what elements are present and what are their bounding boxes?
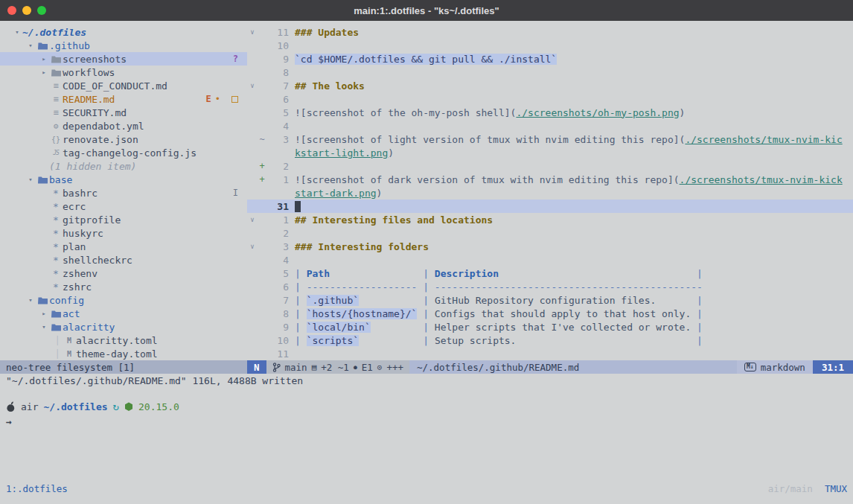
sidebar-item-zshrc[interactable]: *zshrc xyxy=(0,280,247,293)
editor-line[interactable]: ∨11### Updates xyxy=(247,25,853,39)
item-label: .github xyxy=(49,40,90,51)
sidebar-item-readme.md[interactable]: ≡README.mdE• xyxy=(0,92,247,106)
sidebar-item-code-of-conduct.md[interactable]: ≡CODE_OF_CONDUCT.md xyxy=(0,79,247,92)
sidebar-item-alacritty.toml[interactable]: │Malacritty.toml xyxy=(0,334,247,347)
editor-line[interactable]: 2 xyxy=(247,226,853,240)
window-titlebar: main:1:.dotfiles - "ks~/.dotfiles" xyxy=(0,0,853,21)
sidebar-item-shellcheckrc[interactable]: *shellcheckrc xyxy=(0,253,247,267)
sidebar-item-theme-day.toml[interactable]: │Mtheme-day.toml xyxy=(0,347,247,360)
folder-icon xyxy=(51,310,61,318)
item-label: huskyrc xyxy=(63,228,103,239)
item-label: zshenv xyxy=(63,268,98,279)
folder-icon xyxy=(49,55,63,63)
folder-icon xyxy=(49,310,63,318)
chevron-down-icon: ▾ xyxy=(25,42,36,49)
editor-line[interactable]: 11 xyxy=(247,347,853,360)
sidebar-item-tag-changelog-config.js[interactable]: JStag-changelog-config.js xyxy=(0,146,247,159)
minimize-button[interactable] xyxy=(22,6,31,15)
line-number: 8 xyxy=(266,67,289,78)
editor-line[interactable]: +1![screenshot of dark version of tmux w… xyxy=(247,173,853,186)
shell-file-icon: * xyxy=(49,281,63,293)
statusline: neo-tree filesystem [1] N main ▤ +2 ~1 ●… xyxy=(0,360,853,374)
editor-line[interactable]: 31 xyxy=(247,200,853,213)
editor-line[interactable]: 8| `hosts/{hostname}/` | Configs that sh… xyxy=(247,307,853,320)
shell-file-icon: * xyxy=(49,201,63,212)
tmux-right-section: air/main TMUX xyxy=(768,483,847,494)
editor-line[interactable]: 10 xyxy=(247,39,853,52)
item-label: CODE_OF_CONDUCT.md xyxy=(63,80,167,92)
window-controls xyxy=(7,0,46,21)
editor-line[interactable]: ~3![screenshot of light version of tmux … xyxy=(247,133,853,146)
line-number: 7 xyxy=(266,80,289,92)
folder-icon xyxy=(49,68,63,77)
editor-line[interactable]: 4 xyxy=(247,119,853,133)
editor-line[interactable]: 10| `scripts` | Setup scripts. | xyxy=(247,334,853,347)
sidebar-item-ecrc[interactable]: *ecrc xyxy=(0,200,247,213)
statusline-filepath: ~/.dotfiles/.github/README.md xyxy=(409,360,737,374)
line-number: 6 xyxy=(266,94,289,105)
editor-line[interactable]: 4 xyxy=(247,253,853,267)
editor-line[interactable]: 9| `local/bin` | Helper scripts that I'v… xyxy=(247,320,853,334)
line-number: 31 xyxy=(266,201,289,212)
line-number: 2 xyxy=(266,161,289,172)
sidebar-item-huskyrc[interactable]: *huskyrc xyxy=(0,226,247,240)
editor-buffer[interactable]: ∨11### Updates109`cd $HOME/.dotfiles && … xyxy=(247,21,853,360)
line-number: 9 xyxy=(266,322,289,333)
sidebar-item--.dotfiles[interactable]: ▾~/.dotfiles xyxy=(0,25,247,39)
editor-line[interactable]: 8 xyxy=(247,66,853,79)
sidebar-item-screenshots[interactable]: ▸screenshots? xyxy=(0,52,247,66)
sidebar-item-plan[interactable]: *plan xyxy=(0,240,247,253)
close-button[interactable] xyxy=(7,6,16,15)
indent-guide: │ xyxy=(52,349,63,359)
fold-icon: ∨ xyxy=(247,82,258,89)
editor-line[interactable]: kstart-light.png) xyxy=(247,146,853,159)
sidebar-item-zshenv[interactable]: *zshenv xyxy=(0,267,247,280)
sidebar-item-security.md[interactable]: ≡SECURITY.md xyxy=(0,106,247,119)
sidebar-item-bashrc[interactable]: *bashrcI xyxy=(0,186,247,200)
diagnostic-icon: ● xyxy=(354,364,357,371)
line-text: ### Updates xyxy=(289,27,853,38)
item-label: zshrc xyxy=(63,281,92,293)
neotree-statusline: neo-tree filesystem [1] xyxy=(0,360,247,374)
sidebar-item-dependabot.yml[interactable]: ⚙dependabot.yml xyxy=(0,119,247,133)
editor-line[interactable]: 7| `.github` | GitHub Repository configu… xyxy=(247,293,853,307)
zoom-button[interactable] xyxy=(37,6,46,15)
editor-line[interactable]: ∨7## The looks xyxy=(247,79,853,92)
sidebar-item-gitprofile[interactable]: *gitprofile xyxy=(0,213,247,226)
editor-line[interactable]: 6| ------------------- | ---------------… xyxy=(247,280,853,293)
prompt-arrow-icon: → xyxy=(6,416,12,427)
line-text: start-dark.png) xyxy=(289,188,853,199)
sidebar-item-alacritty[interactable]: ▾alacritty xyxy=(0,320,247,334)
sidebar-item-renovate.json[interactable]: {}renovate.json xyxy=(0,133,247,146)
line-text xyxy=(289,201,853,212)
sidebar-item-config[interactable]: ▾config xyxy=(0,293,247,307)
editor-line[interactable]: start-dark.png) xyxy=(247,186,853,200)
line-text: ## Interesting files and locations xyxy=(289,214,853,226)
node-version: 20.15.0 xyxy=(138,401,179,412)
editor-line[interactable]: ∨3### Interesting folders xyxy=(247,240,853,253)
sidebar-item-act[interactable]: ▸act xyxy=(0,307,247,320)
chevron-right-icon: ▸ xyxy=(39,68,49,76)
line-text: | ------------------- | ----------------… xyxy=(289,281,853,293)
editor-line[interactable]: ∨1## Interesting files and locations xyxy=(247,213,853,226)
shell-input-line[interactable]: → xyxy=(0,414,853,429)
item-label: alacritty xyxy=(63,322,115,333)
line-number: 2 xyxy=(266,228,289,239)
line-text: | Path | Description | xyxy=(289,268,853,279)
item-label: ~/.dotfiles xyxy=(22,27,86,38)
folder-icon xyxy=(49,323,63,331)
doc-file-icon: ≡ xyxy=(49,80,63,91)
editor-line[interactable]: 6 xyxy=(247,92,853,106)
sidebar-item--1-hidden-item-[interactable]: (1 hidden item) xyxy=(0,159,247,173)
editor-line[interactable]: 9`cd $HOME/.dotfiles && git pull && ./in… xyxy=(247,52,853,66)
sidebar-item-workflows[interactable]: ▸workflows xyxy=(0,66,247,79)
editor-line[interactable]: 5![screenshot of the oh-my-posh shell](.… xyxy=(247,106,853,119)
git-sign: + xyxy=(258,174,266,185)
folder-icon xyxy=(38,176,48,184)
sidebar-item-base[interactable]: ▾base xyxy=(0,173,247,186)
sidebar-item-.github[interactable]: ▾.github xyxy=(0,39,247,52)
tmux-window-item[interactable]: 1:.dotfiles xyxy=(6,483,68,494)
editor-line[interactable]: +2 xyxy=(247,159,853,173)
editor-line[interactable]: 5| Path | Description | xyxy=(247,267,853,280)
cursor-block xyxy=(295,201,301,212)
